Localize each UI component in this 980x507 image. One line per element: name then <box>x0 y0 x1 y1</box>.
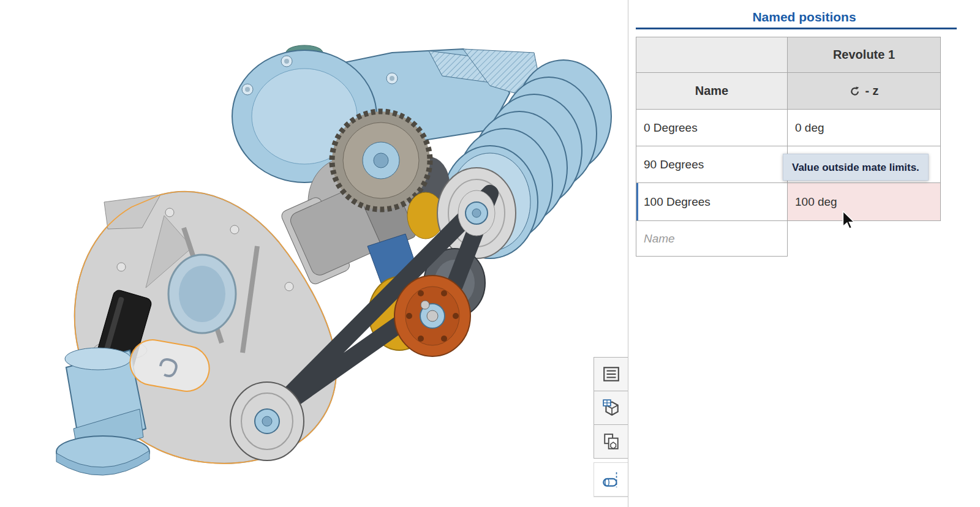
table-row: 100 Degrees 100 deg <box>636 183 941 221</box>
position-name-cell[interactable]: 90 Degrees <box>636 146 788 183</box>
corner-header-cell <box>636 37 788 73</box>
panel-title: Named positions <box>628 10 980 24</box>
assembly-structure-panel-button[interactable] <box>594 357 628 391</box>
mate-limits-tooltip: Value outside mate limits. <box>783 154 929 181</box>
axis-label: - z <box>865 84 878 98</box>
model-gear[interactable] <box>332 111 430 209</box>
named-positions-table: Revolute 1 Name - z 0 Degrees 0 deg 90 D… <box>636 37 941 257</box>
selected-row-accent <box>636 183 638 220</box>
named-positions-icon <box>601 470 621 489</box>
model-lower-pulley[interactable] <box>230 382 304 460</box>
axis-header-cell: - z <box>788 73 941 110</box>
assembly-structure-icon <box>602 365 620 383</box>
new-position-name-cell <box>636 221 788 257</box>
revolute-axis-icon <box>849 85 861 97</box>
named-positions-panel-button[interactable] <box>594 462 628 497</box>
model-orange-flange[interactable] <box>394 276 470 356</box>
name-column-header: Name <box>636 73 788 110</box>
table-row: 0 Degrees 0 deg <box>636 110 941 146</box>
new-position-value-cell <box>788 221 941 257</box>
panel-toolbar <box>594 357 628 459</box>
copy-sheet-icon <box>602 432 620 451</box>
model-front-pulley-hub[interactable] <box>458 190 495 236</box>
bom-table-panel-button[interactable] <box>594 391 628 425</box>
3d-viewport[interactable] <box>0 0 628 507</box>
bom-table-icon <box>602 399 620 417</box>
position-name-text: 100 Degrees <box>644 195 710 209</box>
table-new-row <box>636 221 941 257</box>
table-subheader-row: Name - z <box>636 73 941 110</box>
named-positions-panel: Named positions Revolute 1 Name - z 0 De… <box>628 0 980 507</box>
position-name-cell[interactable]: 0 Degrees <box>636 110 788 146</box>
new-position-name-input[interactable] <box>636 220 787 257</box>
position-value-cell[interactable]: 0 deg <box>788 110 941 146</box>
panel-title-underline <box>636 28 957 29</box>
assembly-model[interactable] <box>0 0 628 507</box>
copy-sheet-panel-button[interactable] <box>594 424 628 459</box>
position-value-cell-error[interactable]: 100 deg <box>788 183 941 221</box>
position-name-cell[interactable]: 100 Degrees <box>636 183 788 221</box>
mate-column-header: Revolute 1 <box>788 37 941 73</box>
table-header-row: Revolute 1 <box>636 37 941 73</box>
mouse-cursor <box>841 211 857 230</box>
